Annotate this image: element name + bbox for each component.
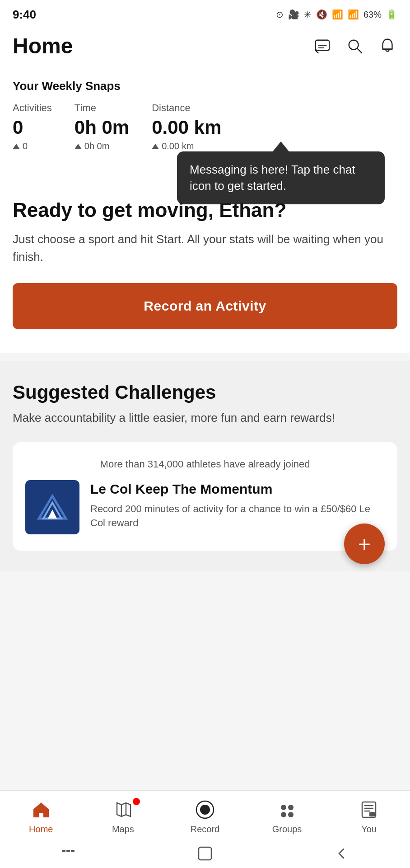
maps-label: Maps [112, 824, 134, 835]
bottom-nav: Home Maps Record [0, 790, 410, 839]
you-icon [357, 798, 381, 821]
system-home-button[interactable] [197, 845, 213, 862]
distance-value: 0.00 km [152, 117, 221, 138]
svg-rect-23 [66, 850, 70, 852]
challenge-join-count: More than 314,000 athletes have already … [25, 458, 385, 470]
time-delta-value: 0h 0m [84, 141, 110, 151]
status-icons: ⊙ 🎥 ✳ 🔇 📶 📶 63% 🔋 [276, 9, 397, 20]
search-icon[interactable] [345, 36, 365, 56]
weekly-section: Your Weekly Snaps Activities 0 0 Time 0h… [0, 66, 410, 164]
record-icon [193, 798, 217, 821]
nav-item-maps[interactable]: Maps [100, 798, 145, 835]
record-activity-button[interactable]: Record an Activity [13, 283, 397, 329]
nav-item-home[interactable]: Home [19, 798, 64, 835]
activities-delta: 0 [13, 141, 52, 151]
activities-value: 0 [13, 117, 52, 138]
header: Home [0, 27, 410, 66]
challenge-info: Le Col Keep The Momentum Record 200 minu… [90, 480, 385, 530]
time-delta: 0h 0m [75, 141, 129, 151]
activities-stat: Activities 0 0 [13, 102, 52, 151]
svg-rect-25 [199, 847, 211, 860]
header-icons [312, 36, 397, 56]
svg-point-13 [281, 805, 286, 810]
svg-point-14 [288, 805, 294, 810]
distance-delta-arrow [152, 144, 159, 149]
svg-point-16 [288, 812, 294, 817]
messaging-tooltip: Messaging is here! Tap the chat icon to … [177, 151, 385, 204]
svg-point-15 [281, 812, 286, 817]
challenges-title: Suggested Challenges [13, 382, 397, 403]
challenge-content: Le Col Keep The Momentum Record 200 minu… [25, 480, 385, 534]
tooltip-arrow [273, 142, 289, 151]
chat-icon[interactable] [312, 36, 332, 56]
home-icon [29, 798, 53, 821]
challenge-image [25, 480, 79, 534]
distance-label: Distance [152, 102, 221, 114]
weekly-snaps-title: Your Weekly Snaps [13, 79, 397, 93]
challenge-card: More than 314,000 athletes have already … [13, 442, 397, 551]
video-status-icon: 🎥 [288, 9, 299, 20]
maps-icon [111, 798, 135, 821]
nav-item-record[interactable]: Record [182, 798, 228, 835]
challenges-section: Suggested Challenges Make accountability… [0, 361, 410, 571]
bluetooth-icon: ✳ [304, 9, 312, 20]
nav-item-you[interactable]: You [346, 798, 391, 835]
you-label: You [361, 824, 377, 835]
record-label: Record [191, 824, 219, 835]
challenges-subtitle: Make accountability a little easier, mor… [13, 410, 397, 426]
mute-icon: 🔇 [316, 9, 327, 20]
battery-icon: 🔋 [386, 9, 397, 20]
signal-icon: 📶 [348, 9, 359, 20]
status-bar: 9:40 ⊙ 🎥 ✳ 🔇 📶 📶 63% 🔋 [0, 0, 410, 27]
maps-badge [133, 798, 140, 805]
home-label: Home [29, 824, 53, 835]
weekly-stats: Activities 0 0 Time 0h 0m 0h 0m Distance… [13, 102, 397, 151]
groups-label: Groups [272, 824, 302, 835]
svg-point-12 [200, 805, 210, 815]
notification-icon[interactable] [377, 36, 397, 56]
time-value: 0h 0m [75, 117, 129, 138]
ready-subtitle: Just choose a sport and hit Start. All y… [13, 231, 397, 266]
activities-delta-value: 0 [23, 141, 28, 151]
challenge-name: Le Col Keep The Momentum [90, 480, 385, 498]
svg-line-5 [357, 48, 362, 52]
svg-rect-21 [369, 812, 375, 816]
svg-rect-22 [62, 850, 65, 852]
distance-stat: Distance 0.00 km 0.00 km [152, 102, 221, 151]
battery-label: 63% [363, 9, 382, 20]
time-label: Time [75, 102, 129, 114]
system-nav-bar [0, 839, 410, 868]
distance-delta-value: 0.00 km [162, 141, 194, 151]
page-title: Home [13, 33, 73, 58]
time-stat: Time 0h 0m 0h 0m [75, 102, 129, 151]
status-time: 9:40 [13, 8, 36, 22]
groups-icon [275, 798, 299, 821]
messenger-status-icon: ⊙ [276, 9, 284, 20]
activities-label: Activities [13, 102, 52, 114]
time-delta-arrow [75, 144, 82, 149]
system-menu-button[interactable] [60, 845, 76, 862]
wifi-icon: 📶 [332, 9, 343, 20]
nav-item-groups[interactable]: Groups [265, 798, 310, 835]
distance-delta: 0.00 km [152, 141, 221, 151]
svg-rect-24 [71, 850, 75, 852]
activities-delta-arrow [13, 144, 20, 149]
add-challenge-button[interactable]: + [344, 524, 385, 564]
svg-rect-7 [32, 487, 73, 528]
tooltip-text: Messaging is here! Tap the chat icon to … [190, 163, 355, 193]
system-back-button[interactable] [334, 845, 350, 862]
challenge-desc: Record 200 minutes of activity for a cha… [90, 502, 385, 530]
